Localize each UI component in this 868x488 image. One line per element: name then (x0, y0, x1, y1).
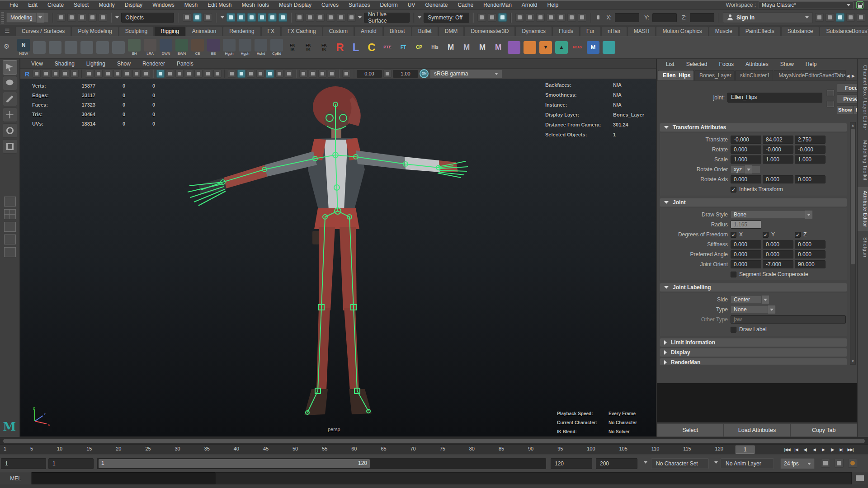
panel-menu-shading[interactable]: Shading (49, 61, 80, 67)
section-limit-information[interactable]: Limit Information (660, 338, 847, 347)
preferred-angle-z-field[interactable]: 0.000 (795, 250, 826, 258)
camera-icon[interactable] (85, 70, 93, 78)
go-to-end-button[interactable]: ▶▶| (846, 446, 854, 454)
panel-menu-panels[interactable]: Panels (171, 61, 199, 67)
other-type-field[interactable]: jaw (731, 315, 846, 324)
shelf-tab-substance[interactable]: Substance (781, 26, 820, 36)
step-back-key-button[interactable]: ◀| (801, 446, 809, 454)
channel-box-icon[interactable] (836, 13, 844, 22)
exposure-field[interactable]: 0.00 (357, 70, 382, 78)
scale-x-field[interactable]: 1.000 (731, 155, 761, 164)
select-by-object-icon[interactable] (193, 13, 202, 22)
gamma-icon[interactable] (383, 70, 392, 78)
resolution-gate-icon[interactable] (175, 70, 184, 78)
select-curves-icon[interactable] (247, 13, 256, 22)
paint-select-tool-icon[interactable] (3, 92, 17, 106)
menu-help[interactable]: Help (542, 2, 564, 8)
ae-menu-attributes[interactable]: Attributes (740, 61, 774, 67)
camera-select-icon[interactable] (94, 70, 103, 78)
scrollbar[interactable]: ▲ ▼ (850, 122, 856, 365)
attribute-scroll-area[interactable]: Transform Attributes Translate -0.000 84… (657, 122, 850, 365)
menu-display[interactable]: Display (120, 2, 147, 8)
shelf-tab-domemaster3d[interactable]: Domemaster3D (464, 26, 515, 36)
ae-tab-ellen_hips[interactable]: Ellen_Hips (658, 70, 694, 80)
shelf-item-dwn[interactable]: DWN (159, 39, 173, 56)
m-sphere-icon[interactable]: M (586, 41, 600, 54)
menu-create[interactable]: Create (42, 2, 69, 8)
textured-icon[interactable] (266, 70, 274, 78)
z-coord-input[interactable] (690, 13, 714, 22)
pin-node-icon[interactable] (827, 90, 834, 96)
use-all-lights-icon[interactable] (275, 70, 283, 78)
select-deformations-icon[interactable] (268, 13, 277, 22)
pte-icon[interactable]: PTE (380, 41, 395, 54)
ae-menu-focus[interactable]: Focus (713, 61, 739, 67)
grid-icon[interactable] (156, 70, 165, 78)
loop-icon[interactable] (821, 459, 830, 468)
shelf-tab-muscle[interactable]: Muscle (709, 26, 739, 36)
rotate-axis-x-field[interactable]: 0.000 (731, 175, 761, 183)
insert-joint-icon[interactable] (80, 41, 94, 54)
refresh-icon[interactable] (61, 70, 69, 78)
shelf-tab-rigging[interactable]: Rigging (154, 26, 185, 36)
open-scene-icon[interactable] (67, 13, 76, 22)
construction-history-icon[interactable] (498, 13, 507, 22)
ae-menu-help[interactable]: Help (800, 61, 822, 67)
persp-outliner-layout-icon[interactable] (4, 222, 16, 232)
scrollbar-thumb[interactable] (3, 439, 865, 443)
m3-icon[interactable]: M (475, 41, 490, 54)
fkik-switch-a-icon[interactable]: FK IK (285, 41, 300, 54)
auto-key-icon[interactable] (835, 459, 844, 468)
ik-handle-icon[interactable] (48, 41, 62, 54)
shelf-tab-dynamics[interactable]: Dynamics (515, 26, 552, 36)
select-by-component-icon[interactable] (203, 13, 212, 22)
menu-select[interactable]: Select (69, 2, 94, 8)
shelf-item-ee[interactable]: EE (206, 39, 221, 56)
head-icon[interactable]: HEAD (570, 41, 585, 54)
snap-to-grid-icon[interactable] (295, 13, 304, 22)
animation-prefs-icon[interactable] (848, 459, 857, 468)
joint-orient-x-field[interactable]: 0.000 (731, 260, 761, 268)
load-attributes-button[interactable]: Load Attributes (724, 423, 791, 437)
shelf-tab-animation[interactable]: Animation (186, 26, 222, 36)
copy-tab-button[interactable]: Copy Tab (790, 423, 857, 437)
move-tool-icon[interactable] (3, 108, 17, 122)
ipr-render-icon[interactable] (536, 13, 545, 22)
translate-y-field[interactable]: 84.002 (763, 136, 793, 144)
renderman-toggle-icon[interactable]: R (23, 70, 31, 78)
translate-x-field[interactable]: -0.000 (731, 136, 761, 144)
panel-menu-lighting[interactable]: Lighting (81, 61, 111, 67)
depth-of-field-icon[interactable] (309, 70, 317, 78)
section-display[interactable]: Display (660, 348, 847, 357)
shelf-tab-dmm[interactable]: DMM (439, 26, 464, 36)
color-management-toggle[interactable]: ON (420, 69, 429, 78)
mirror-joint-icon[interactable] (95, 41, 110, 54)
viewport-panel[interactable]: ViewShadingLightingShowRendererPanels R … (20, 59, 656, 437)
shelf-tab-painteffects[interactable]: PaintEffects (739, 26, 781, 36)
undo-icon[interactable] (88, 13, 97, 22)
isolate-select-icon[interactable] (328, 70, 336, 78)
menu-mesh-tools[interactable]: Mesh Tools (237, 2, 274, 8)
shadows-icon[interactable] (285, 70, 293, 78)
save-scene-icon[interactable] (78, 13, 86, 22)
render-settings-icon[interactable] (547, 13, 555, 22)
preferred-angle-y-field[interactable]: 0.000 (763, 250, 793, 258)
menu-modify[interactable]: Modify (94, 2, 119, 8)
select-dynamics-icon[interactable] (278, 13, 287, 22)
script-editor-icon[interactable] (852, 472, 868, 484)
symmetry-field[interactable]: Symmetry: Off (424, 13, 469, 23)
sign-in-button[interactable]: Sign In (723, 12, 813, 23)
pane-layout-icon[interactable] (33, 70, 41, 78)
current-frame-field[interactable]: 1 (736, 446, 755, 454)
shelf-tab-substancebonustools[interactable]: SubstanceBonusTools (820, 26, 868, 36)
orient-joint-icon[interactable] (111, 41, 126, 54)
section-renderman[interactable]: RenderMan (660, 358, 847, 365)
snapshot-icon[interactable] (71, 70, 79, 78)
chevron-right-icon[interactable]: ▶ (852, 74, 855, 78)
lock-icon[interactable] (856, 1, 863, 9)
menu-cache[interactable]: Cache (453, 2, 478, 8)
section-joint[interactable]: Joint (660, 198, 847, 207)
shelf-item-hgph[interactable]: Hgph (222, 39, 236, 56)
image-plane-icon[interactable] (204, 70, 212, 78)
section-joint-labelling[interactable]: Joint Labelling (660, 283, 847, 292)
